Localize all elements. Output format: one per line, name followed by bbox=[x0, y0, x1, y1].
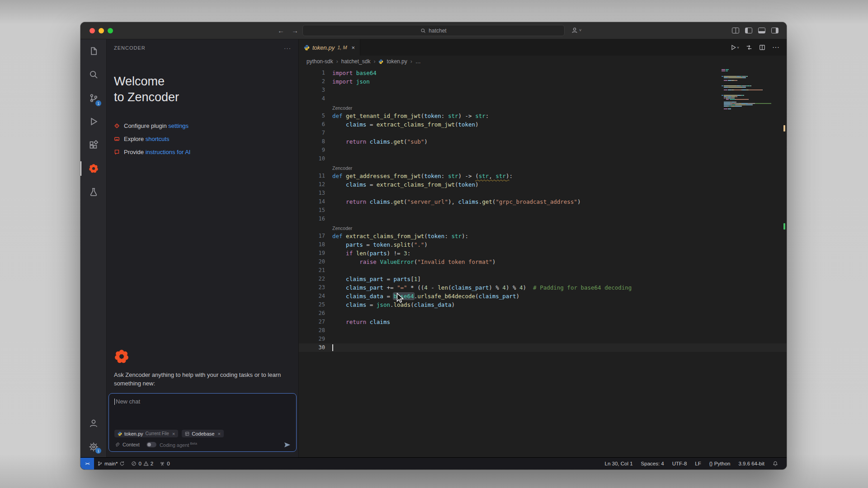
code-line[interactable]: 15 bbox=[299, 206, 787, 215]
remove-chip-icon[interactable]: × bbox=[217, 431, 220, 436]
sidebar-item-zencoder-agents[interactable] bbox=[80, 180, 106, 204]
remove-chip-icon[interactable]: × bbox=[172, 431, 175, 436]
code-line[interactable]: 28 bbox=[299, 326, 787, 335]
chevron-down-icon: ˅ bbox=[737, 46, 739, 50]
breadcrumb-item[interactable]: … bbox=[415, 58, 421, 65]
toggle-panel-icon[interactable] bbox=[758, 28, 765, 33]
eol-indicator[interactable]: LF bbox=[691, 461, 705, 466]
code-line[interactable]: 3 bbox=[299, 86, 787, 94]
more-actions-icon[interactable]: ··· bbox=[772, 43, 779, 52]
code-line[interactable]: 10 bbox=[299, 155, 787, 163]
minimap[interactable] bbox=[722, 69, 779, 114]
close-tab-icon[interactable]: × bbox=[352, 44, 355, 51]
branch-indicator[interactable]: main* bbox=[94, 458, 128, 469]
zencoder-logo bbox=[114, 349, 129, 364]
sidebar-item-search[interactable] bbox=[80, 63, 106, 86]
code-line[interactable]: 5def get_tenant_id_from_jwt(token: str) … bbox=[299, 112, 787, 120]
toggle-primary-sidebar-icon[interactable] bbox=[745, 28, 752, 33]
code-line[interactable]: 13 bbox=[299, 189, 787, 197]
breadcrumb-item[interactable]: python-sdk bbox=[307, 58, 333, 65]
language-indicator[interactable]: {} Python bbox=[705, 461, 735, 466]
encoding-indicator[interactable]: UTF-8 bbox=[668, 461, 691, 466]
ports-indicator[interactable]: 0 bbox=[156, 458, 173, 469]
code-line[interactable]: 8 return claims.get("sub") bbox=[299, 137, 787, 146]
code-line[interactable]: 24 claims_data = base64.urlsafe_b64decod… bbox=[299, 292, 787, 300]
sidebar-item-zencoder[interactable] bbox=[80, 157, 106, 180]
split-editor-icon[interactable] bbox=[759, 44, 765, 51]
coding-agent-toggle[interactable] bbox=[146, 442, 156, 447]
tab-bar: token.py 1, M × ˅ ··· bbox=[299, 39, 787, 56]
instructions-link[interactable]: instructions for AI bbox=[146, 149, 191, 155]
command-center-search[interactable]: hatchet bbox=[302, 25, 565, 36]
code-line[interactable]: 25 claims = json.loads(claims_data) bbox=[299, 300, 787, 309]
code-line[interactable]: 27 return claims bbox=[299, 318, 787, 326]
codelens-zencoder[interactable]: Zencoder bbox=[299, 223, 787, 232]
configure-settings-row[interactable]: Configure plugin settings bbox=[114, 122, 291, 129]
code-line[interactable]: 4 bbox=[299, 94, 787, 103]
minimap-line bbox=[722, 72, 779, 73]
chat-placeholder: New chat bbox=[116, 398, 140, 405]
python-interpreter-indicator[interactable]: 3.9.6 64-bit bbox=[734, 461, 769, 466]
editor-layout-icon[interactable] bbox=[732, 28, 739, 33]
more-actions-icon[interactable]: ··· bbox=[284, 45, 291, 52]
code-line[interactable]: 18 parts = token.split(".") bbox=[299, 240, 787, 249]
code-line[interactable]: 19 if len(parts) != 3: bbox=[299, 249, 787, 258]
code-line[interactable]: 17def extract_claims_from_jwt(token: str… bbox=[299, 232, 787, 240]
code-line[interactable]: 7 bbox=[299, 129, 787, 137]
indentation-indicator[interactable]: Spaces: 4 bbox=[637, 461, 668, 466]
problems-indicator[interactable]: 0 2 bbox=[128, 458, 156, 469]
context-chip-current-file[interactable]: token.py Current File × bbox=[114, 430, 178, 437]
minimize-window-button[interactable] bbox=[99, 28, 104, 33]
line-number: 16 bbox=[299, 215, 325, 223]
code-line[interactable]: 16 bbox=[299, 215, 787, 223]
code-line[interactable]: 23 claims_part += "=" * ((4 - len(claims… bbox=[299, 283, 787, 292]
close-window-button[interactable] bbox=[90, 28, 95, 33]
code-line[interactable]: 21 bbox=[299, 266, 787, 275]
sidebar-item-run-debug[interactable] bbox=[80, 110, 106, 133]
notifications-bell[interactable] bbox=[769, 461, 782, 466]
sidebar-item-explorer[interactable] bbox=[80, 39, 106, 63]
new-chat-box[interactable]: New chat token.py Current File × Codebas… bbox=[108, 393, 297, 452]
code-line[interactable]: 22 claims_part = parts[1] bbox=[299, 275, 787, 283]
code-line[interactable]: 1import base64 bbox=[299, 69, 787, 77]
code-line[interactable]: 14 return claims.get("server_url"), clai… bbox=[299, 197, 787, 206]
toggle-secondary-sidebar-icon[interactable] bbox=[771, 28, 778, 33]
code-line[interactable]: 12 claims = extract_claims_from_jwt(toke… bbox=[299, 180, 787, 189]
paperclip-icon bbox=[114, 442, 119, 447]
navigate-forward-button[interactable]: → bbox=[292, 27, 298, 34]
context-button[interactable]: Context bbox=[123, 442, 140, 447]
send-icon[interactable] bbox=[284, 442, 291, 448]
code-line[interactable]: 9 bbox=[299, 146, 787, 155]
breadcrumb-item[interactable]: token.py bbox=[387, 58, 407, 65]
chat-input[interactable]: New chat bbox=[114, 398, 291, 405]
code-line[interactable]: 20 raise ValueError("Invalid token forma… bbox=[299, 258, 787, 266]
sidebar-item-extensions[interactable] bbox=[80, 133, 106, 157]
code-line[interactable]: 26 bbox=[299, 309, 787, 318]
shortcuts-link[interactable]: shortcuts bbox=[146, 136, 170, 142]
codelens-zencoder[interactable]: Zencoder bbox=[299, 103, 787, 112]
git-branch-icon bbox=[97, 461, 103, 466]
sidebar-item-source-control[interactable]: 1 bbox=[80, 86, 106, 110]
code-line[interactable]: 11def get_addresses_from_jwt(token: str)… bbox=[299, 172, 787, 180]
settings-link[interactable]: settings bbox=[168, 122, 189, 129]
accounts-button[interactable] bbox=[80, 413, 106, 434]
remote-indicator[interactable]: >< bbox=[80, 458, 94, 469]
tab-token-py[interactable]: token.py 1, M × bbox=[299, 39, 360, 56]
code-editor[interactable]: 1import base642import json34Zencoder5def… bbox=[299, 67, 787, 457]
manage-button[interactable]: 1 bbox=[80, 436, 106, 457]
zoom-window-button[interactable] bbox=[108, 28, 113, 33]
line-col-indicator[interactable]: Ln 30, Col 1 bbox=[601, 461, 637, 466]
navigate-back-button[interactable]: ← bbox=[278, 27, 284, 34]
codelens-zencoder[interactable]: Zencoder bbox=[299, 163, 787, 172]
account-menu[interactable]: ˅ bbox=[571, 27, 581, 34]
code-line[interactable]: 30 bbox=[299, 343, 787, 352]
open-changes-icon[interactable] bbox=[746, 44, 752, 51]
run-python-file-button[interactable]: ˅ bbox=[730, 44, 739, 51]
code-line[interactable]: 29 bbox=[299, 335, 787, 343]
breadcrumb-item[interactable]: hatchet_sdk bbox=[341, 58, 371, 65]
explore-shortcuts-row[interactable]: Explore shortcuts bbox=[114, 136, 291, 142]
code-line[interactable]: 2import json bbox=[299, 77, 787, 86]
context-chip-codebase[interactable]: Codebase × bbox=[182, 430, 224, 437]
code-line[interactable]: 6 claims = extract_claims_from_jwt(token… bbox=[299, 120, 787, 129]
provide-instructions-row[interactable]: Provide instructions for AI bbox=[114, 149, 291, 155]
